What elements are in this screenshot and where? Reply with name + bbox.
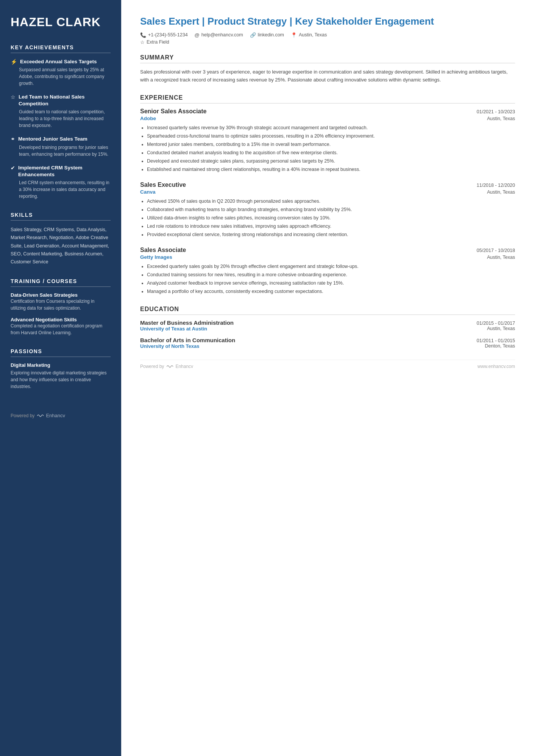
phone-number: +1-(234)-555-1234 [148, 32, 188, 38]
achievement-icon-4: ✔ [11, 165, 15, 171]
sidebar-footer: Powered by Enhancv [11, 413, 111, 418]
footer-powered-by: Powered by Enhancv [140, 364, 193, 369]
contact-linkedin: 🔗 linkedin.com [250, 32, 284, 38]
passion-title-1: Digital Marketing [11, 362, 111, 368]
experience-item-1: Senior Sales Associate 01/2021 - 10/2023… [140, 108, 515, 173]
training-name-2: Advanced Negotiation Skills [11, 317, 111, 322]
training-section: TRAINING / COURSES Data-Driven Sales Str… [11, 278, 111, 336]
passions-section: PASSIONS Digital Marketing Exploring inn… [11, 348, 111, 390]
achievement-desc-1: Surpassed annual sales targets by 25% at… [11, 66, 111, 87]
training-name-1: Data-Driven Sales Strategies [11, 292, 111, 298]
summary-text: Sales professional with over 3 years of … [140, 68, 515, 84]
exp-bullets-3: Exceeded quarterly sales goals by 20% th… [140, 263, 515, 295]
contact-row: 📞 +1-(234)-555-1234 @ help@enhancv.com 🔗… [140, 32, 515, 38]
exp-dates-2: 11/2018 - 12/2020 [477, 183, 515, 188]
training-title: TRAINING / COURSES [11, 278, 111, 287]
candidate-name: HAZEL CLARK [11, 15, 111, 29]
experience-item-2: Sales Executive 11/2018 - 12/2020 Canva … [140, 182, 515, 238]
exp-dates-1: 01/2021 - 10/2023 [477, 109, 515, 114]
achievement-title-4: Implemented CRM System Enhancements [18, 164, 111, 178]
achievement-title-3: Mentored Junior Sales Team [18, 136, 87, 142]
achievements-section: KEY ACHIEVEMENTS ⚡ Exceeded Annual Sales… [11, 44, 111, 200]
exp-location-3: Austin, Texas [487, 255, 515, 260]
education-title: EDUCATION [140, 306, 515, 315]
achievement-icon-1: ⚡ [11, 59, 17, 65]
exp-title-3: Sales Associate [140, 247, 186, 254]
achievement-desc-2: Guided team to national sales competitio… [11, 108, 111, 129]
exp-company-3: Getty Images [140, 254, 172, 260]
sidebar: HAZEL CLARK KEY ACHIEVEMENTS ⚡ Exceeded … [0, 0, 121, 756]
phone-icon: 📞 [140, 32, 146, 38]
email-icon: @ [195, 32, 200, 38]
achievement-item-2: ☆ Led Team to National Sales Competition… [11, 94, 111, 129]
exp-location-1: Austin, Texas [487, 116, 515, 121]
location-text: Austin, Texas [299, 32, 327, 38]
bullet-item: Mentored junior sales members, contribut… [147, 141, 515, 148]
training-item-2: Advanced Negotiation Skills Completed a … [11, 317, 111, 336]
resume-container: HAZEL CLARK KEY ACHIEVEMENTS ⚡ Exceeded … [0, 0, 534, 756]
experience-title: EXPERIENCE [140, 94, 515, 103]
powered-by-label: Powered by [11, 413, 34, 418]
training-desc-2: Completed a negotiation certification pr… [11, 322, 111, 336]
bullet-item: Provided exceptional client service, fos… [147, 231, 515, 238]
summary-title: SUMMARY [140, 54, 515, 63]
achievement-item-3: ⚭ Mentored Junior Sales Team Developed t… [11, 136, 111, 158]
main-header: Sales Expert | Product Strategy | Key St… [140, 15, 515, 45]
exp-location-2: Austin, Texas [487, 189, 515, 195]
extra-field-text: Extra Field [147, 39, 169, 45]
email-address: help@enhancv.com [201, 32, 243, 38]
exp-bullets-1: Increased quarterly sales revenue by 30%… [140, 124, 515, 173]
bullet-item: Managed a portfolio of key accounts, con… [147, 288, 515, 295]
skills-section: SKILLS Sales Strategy, CRM Systems, Data… [11, 212, 111, 266]
exp-title-2: Sales Executive [140, 182, 186, 188]
experience-item-3: Sales Associate 05/2017 - 10/2018 Getty … [140, 247, 515, 295]
main-content: Sales Expert | Product Strategy | Key St… [121, 0, 534, 756]
achievement-desc-4: Led CRM system enhancements, resulting i… [11, 179, 111, 200]
edu-school-1: University of Texas at Austin [140, 326, 207, 332]
bullet-item: Established and maintained strong client… [147, 166, 515, 173]
achievement-icon-3: ⚭ [11, 136, 15, 142]
footer-brand-name: Enhancv [175, 364, 193, 369]
achievements-list: ⚡ Exceeded Annual Sales Targets Surpasse… [11, 58, 111, 200]
edu-dates-1: 01/2015 - 01/2017 [477, 321, 515, 326]
exp-title-1: Senior Sales Associate [140, 108, 207, 115]
skills-title: SKILLS [11, 212, 111, 221]
footer-enhancv-logo-icon [166, 364, 173, 369]
exp-company-2: Canva [140, 189, 156, 195]
achievements-title: KEY ACHIEVEMENTS [11, 44, 111, 53]
bullet-item: Utilized data-driven insights to refine … [147, 214, 515, 222]
edu-item-2: Bachelor of Arts in Communication 01/201… [140, 337, 515, 349]
extra-field-row: ☆ Extra Field [140, 39, 515, 45]
professional-title: Sales Expert | Product Strategy | Key St… [140, 15, 515, 28]
edu-degree-2: Bachelor of Arts in Communication [140, 337, 235, 343]
bullet-item: Collaborated with marketing teams to ali… [147, 206, 515, 213]
achievement-title-1: Exceeded Annual Sales Targets [20, 58, 97, 65]
training-desc-1: Certification from Coursera specializing… [11, 298, 111, 311]
contact-location: 📍 Austin, Texas [291, 32, 327, 38]
linkedin-url: linkedin.com [258, 32, 284, 38]
edu-school-2: University of North Texas [140, 343, 200, 349]
exp-company-1: Adobe [140, 116, 156, 121]
star-icon: ☆ [140, 39, 145, 45]
footer-website: www.enhancv.com [478, 364, 515, 369]
edu-item-1: Master of Business Administration 01/201… [140, 319, 515, 332]
bullet-item: Led role rotations to introduce new sale… [147, 222, 515, 230]
bullet-item: Exceeded quarterly sales goals by 20% th… [147, 263, 515, 270]
bullet-item: Achieved 150% of sales quota in Q2 2020 … [147, 197, 515, 205]
enhancv-logo-icon [36, 413, 44, 418]
footer-powered-label: Powered by [140, 364, 164, 369]
bullet-item: Conducted detailed market analysis leadi… [147, 149, 515, 157]
experience-section: EXPERIENCE Senior Sales Associate 01/202… [140, 94, 515, 295]
contact-phone: 📞 +1-(234)-555-1234 [140, 32, 188, 38]
main-footer: Powered by Enhancv www.enhancv.com [140, 360, 515, 369]
brand-name: Enhancv [46, 413, 65, 418]
bullet-item: Conducted training sessions for new hire… [147, 271, 515, 279]
achievement-title-2: Led Team to National Sales Competition [19, 94, 111, 107]
contact-email: @ help@enhancv.com [195, 32, 243, 38]
edu-location-2: Denton, Texas [485, 343, 515, 349]
location-icon: 📍 [291, 32, 297, 38]
edu-dates-2: 01/2011 - 01/2015 [477, 338, 515, 343]
achievement-item-4: ✔ Implemented CRM System Enhancements Le… [11, 164, 111, 200]
achievement-icon-2: ☆ [11, 94, 16, 100]
skills-text: Sales Strategy, CRM Systems, Data Analys… [11, 226, 111, 266]
